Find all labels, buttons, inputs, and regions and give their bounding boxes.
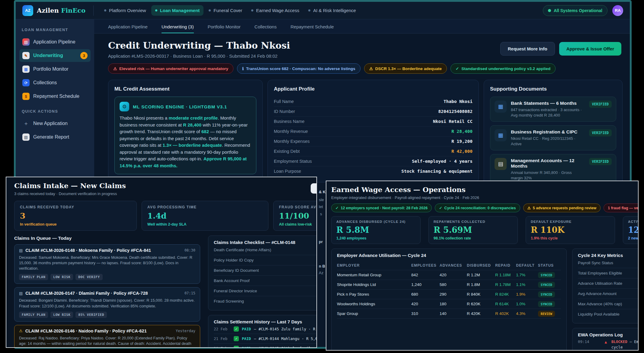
- plus-icon: ＋: [22, 120, 30, 127]
- tab-collections[interactable]: Collections: [255, 19, 277, 33]
- history-text: — #CLM-0144 Mahlangu · R 5,000 (Individ: [254, 336, 317, 341]
- history-status: PAID: [242, 336, 251, 341]
- claim-time: 08:30: [184, 248, 195, 252]
- business-registration-icon: ▦: [495, 129, 507, 141]
- sidebar-item-label: Generate Report: [33, 134, 69, 140]
- claim-tag: FAMILY PLAN: [19, 312, 48, 318]
- nav-label: Funeral Cover: [213, 8, 242, 13]
- history-date: 21 Feb: [214, 336, 231, 341]
- claim-card-0147[interactable]: ▤ CLAIM #CLM-2026-0147 · Dlamini Family …: [14, 287, 200, 321]
- metric-row: Liquidity Pool Available: [578, 309, 639, 319]
- nav-ai-risk-intelligence[interactable]: AI & Risk Intelligence: [304, 5, 360, 16]
- document-management-accounts[interactable]: ▤ Management Accounts — 12 MonthsAnnual …: [490, 154, 616, 185]
- stat-label: REPAYMENTS COLLECTED: [434, 220, 513, 223]
- ewa-operations-window: Earned Wage Access — Operations Employer…: [326, 181, 639, 351]
- tab-portfolio-monitor[interactable]: Portfolio Monitor: [208, 19, 241, 33]
- profile-row-monthly-expenses: Monthly ExpensesR 19,200: [274, 136, 473, 146]
- badge-text: 1 fraud flag — velocity anomaly: [608, 206, 639, 210]
- claims-queue-heading: Claims In Queue — Today: [14, 236, 200, 241]
- page-title: Credit Underwriting — Thabo Nkosi: [108, 40, 290, 51]
- claims-checklist-panel: Claims Intake Checklist — #CLM-0148 Deat…: [208, 236, 317, 310]
- badge-text: 12 employers synced · Next payroll: 28 F…: [341, 206, 428, 210]
- sidebar-item-underwriting[interactable]: ✎ Underwriting 3: [19, 49, 91, 62]
- nav-earned-wage-access[interactable]: Earned Wage Access: [247, 5, 303, 16]
- alert-text: TransUnion score 682 · Compuscan: No adv…: [246, 66, 355, 71]
- nav-dot-icon: [308, 9, 310, 11]
- user-avatar[interactable]: RA: [612, 5, 623, 16]
- document-detail: 847 transactions extracted · 3 accounts …: [511, 107, 585, 118]
- checklist-item[interactable]: Beneficiary ID Document: [214, 265, 317, 276]
- badge-text: Cycle 24 reconciliation: 0 discrepancies: [444, 206, 516, 210]
- cycle-key-metrics-panel: Cycle 24 Key Metrics Payroll Sync Status…: [572, 249, 639, 323]
- checklist-item[interactable]: Bank Account Proof: [214, 276, 317, 286]
- sidebar-item-repayment-schedule[interactable]: $ Repayment Schedule: [19, 90, 91, 103]
- stat-value: 3: [20, 211, 131, 220]
- nav-funeral-cover[interactable]: Funeral Cover: [205, 5, 246, 16]
- checklist-item[interactable]: Fraud Screening: [214, 296, 317, 306]
- ml-credit-assessment-card: ML Credit Assessment ⚙ ML SCORING ENGINE…: [108, 80, 263, 190]
- sidebar-section-loan-management: LOAN MANAGEMENT: [22, 28, 88, 32]
- employer-utilisation-panel: Employer Advance Utilisation — Cycle 24 …: [331, 249, 567, 351]
- underwriting-count-badge: 3: [80, 52, 88, 59]
- reconciliation-badge: ✓Cycle 24 reconciliation: 0 discrepancie…: [435, 204, 520, 212]
- document-bank-statements[interactable]: ▦ Bank Statements — 6 Months847 transact…: [490, 97, 616, 122]
- history-row: 20 Feb ✓ PAID — #CLM-0143 Sithole family…: [214, 344, 317, 348]
- sidebar-item-application-pipeline[interactable]: ▤ Application Pipeline: [19, 36, 91, 48]
- metric-row: Advance Utilisation Rate: [578, 278, 639, 289]
- claim-title: CLAIM #CLM-2026-0148 · Mokoena Family · …: [25, 248, 151, 253]
- tab-underwriting[interactable]: Underwriting (3): [162, 19, 194, 33]
- elevated-risk-badge: ⚠Elevated risk — Human underwriter appro…: [108, 63, 233, 74]
- field-value: Thabo Nkosi: [444, 99, 473, 104]
- sidebar-item-generate-report[interactable]: ▤ Generate Report: [19, 131, 91, 143]
- cell-employer: Spar Group: [337, 311, 411, 316]
- nav-loan-management[interactable]: Loan Management: [151, 5, 204, 16]
- stat-label: AVG PROCESSING TIME: [147, 205, 263, 209]
- sidebar-item-new-application[interactable]: ＋ New Application: [19, 117, 91, 130]
- verified-badge: VERIFIED: [589, 129, 612, 136]
- nav-platform-overview[interactable]: Platform Overview: [100, 5, 150, 16]
- ml-assessment-text: Thabo Nkosi presents a moderate credit p…: [120, 115, 251, 169]
- verified-badge: VERIFIED: [589, 158, 612, 165]
- cell-disbursed: R 420K: [467, 311, 495, 316]
- occluded-text-fragment: sle: [319, 197, 324, 202]
- claims-history-panel: Claims Settlement History — Last 7 Days …: [208, 315, 317, 348]
- stat-value: 1.4d: [147, 211, 263, 220]
- divider: [93, 5, 94, 16]
- table-row: Woolworths Holdings 420 180 R 620K R 614…: [337, 299, 561, 309]
- field-value: R 19,200: [451, 139, 473, 144]
- claim-card-0148[interactable]: ▤ CLAIM #CLM-2026-0148 · Mokoena Family …: [14, 244, 200, 284]
- sidebar-item-label: Repayment Schedule: [33, 94, 79, 99]
- sidebar-item-portfolio-monitor[interactable]: ▦ Portfolio Monitor: [19, 63, 91, 75]
- stat-subtext: Well within 2-day SLA: [147, 222, 263, 226]
- field-label: Employment Status: [274, 159, 312, 164]
- clipped-button[interactable]: [311, 183, 317, 194]
- claim-body: Deceased: Raj Naidoo. Beneficiary: Priya…: [19, 335, 195, 348]
- checklist-item[interactable]: Death Certificate (Home Affairs): [214, 245, 317, 255]
- tab-repayment-schedule[interactable]: Repayment Schedule: [290, 19, 334, 33]
- sidebar-item-collections[interactable]: ⟳ Collections: [19, 76, 91, 89]
- occluded-text-fragment: Az: [319, 271, 323, 275]
- status-badge: SYNCED: [538, 282, 555, 288]
- dscr-badge: ⚠DSCR 1.3× — Borderline adequate: [364, 63, 447, 74]
- cell-repaid: R 1.78M: [495, 282, 516, 287]
- claim-card-0146[interactable]: ⚠ CLAIM #CLM-2026-0146 · Naidoo Family ·…: [14, 325, 200, 348]
- log-time: 09:14: [578, 339, 600, 344]
- status-badge: SYNCED: [538, 291, 555, 297]
- request-more-info-button[interactable]: Request More Info: [500, 42, 555, 56]
- claim-time: Yesterday: [176, 329, 195, 333]
- bureau-score-badge: ℹTransUnion score 682 · Compuscan: No ad…: [237, 63, 360, 74]
- claims-stats-row: CLAIMS RECEIVED TODAY 3 In verification …: [14, 201, 317, 231]
- checklist-item[interactable]: Policy Holder ID Copy: [214, 255, 317, 265]
- info-icon: ℹ: [242, 66, 244, 71]
- document-business-registration[interactable]: ▦ Business Registration & CIPCNkosi Reta…: [490, 125, 616, 150]
- claim-body: Deceased: Bongani Dlamini. Beneficiary: …: [19, 298, 195, 309]
- tab-application-pipeline[interactable]: Application Pipeline: [108, 19, 148, 33]
- system-status-pill[interactable]: All Systems Operational: [543, 5, 607, 16]
- status-dot-icon: [548, 9, 551, 12]
- profile-row-id-number: ID Number8204125408082: [274, 107, 473, 117]
- stat-subtext: All claims low-risk: [279, 222, 317, 226]
- checklist-item[interactable]: Funeral Director Invoice: [214, 286, 317, 296]
- claim-tag: LOW RISK: [50, 312, 73, 318]
- cell-repaid: R 402K: [495, 311, 516, 316]
- approve-issue-offer-button[interactable]: Approve & Issue Offer: [559, 42, 621, 56]
